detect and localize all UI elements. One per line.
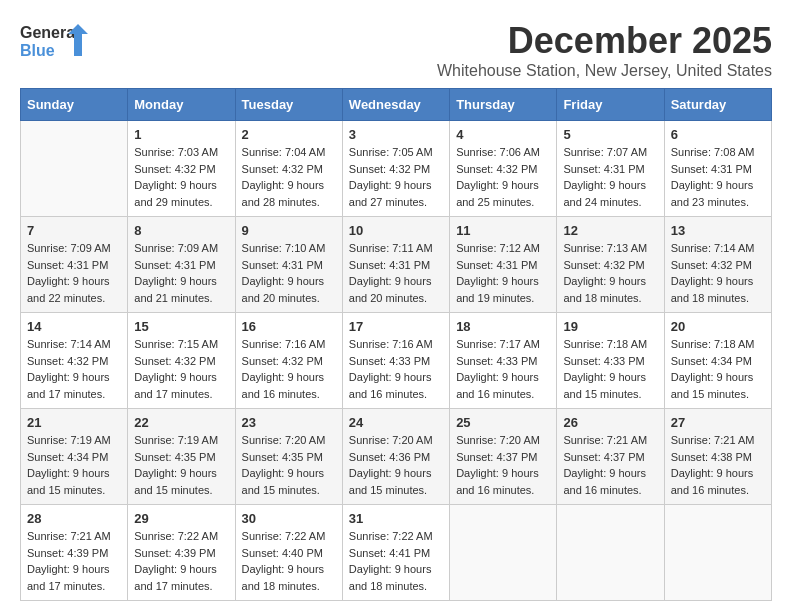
- day-info: Sunrise: 7:21 AMSunset: 4:38 PMDaylight:…: [671, 432, 765, 498]
- day-number: 23: [242, 415, 336, 430]
- day-info: Sunrise: 7:11 AMSunset: 4:31 PMDaylight:…: [349, 240, 443, 306]
- calendar-cell: 1Sunrise: 7:03 AMSunset: 4:32 PMDaylight…: [128, 121, 235, 217]
- day-info: Sunrise: 7:22 AMSunset: 4:41 PMDaylight:…: [349, 528, 443, 594]
- calendar-week-3: 14Sunrise: 7:14 AMSunset: 4:32 PMDayligh…: [21, 313, 772, 409]
- calendar-cell: [664, 505, 771, 601]
- day-info: Sunrise: 7:20 AMSunset: 4:35 PMDaylight:…: [242, 432, 336, 498]
- calendar-cell: 7Sunrise: 7:09 AMSunset: 4:31 PMDaylight…: [21, 217, 128, 313]
- calendar-week-1: 1Sunrise: 7:03 AMSunset: 4:32 PMDaylight…: [21, 121, 772, 217]
- calendar-cell: 13Sunrise: 7:14 AMSunset: 4:32 PMDayligh…: [664, 217, 771, 313]
- calendar-cell: 28Sunrise: 7:21 AMSunset: 4:39 PMDayligh…: [21, 505, 128, 601]
- calendar-cell: 16Sunrise: 7:16 AMSunset: 4:32 PMDayligh…: [235, 313, 342, 409]
- svg-text:Blue: Blue: [20, 42, 55, 59]
- day-number: 4: [456, 127, 550, 142]
- calendar-cell: 31Sunrise: 7:22 AMSunset: 4:41 PMDayligh…: [342, 505, 449, 601]
- day-info: Sunrise: 7:18 AMSunset: 4:34 PMDaylight:…: [671, 336, 765, 402]
- calendar-cell: 25Sunrise: 7:20 AMSunset: 4:37 PMDayligh…: [450, 409, 557, 505]
- calendar-cell: 22Sunrise: 7:19 AMSunset: 4:35 PMDayligh…: [128, 409, 235, 505]
- day-info: Sunrise: 7:22 AMSunset: 4:39 PMDaylight:…: [134, 528, 228, 594]
- day-info: Sunrise: 7:16 AMSunset: 4:33 PMDaylight:…: [349, 336, 443, 402]
- day-number: 8: [134, 223, 228, 238]
- day-number: 14: [27, 319, 121, 334]
- main-title: December 2025: [437, 20, 772, 62]
- calendar-cell: 6Sunrise: 7:08 AMSunset: 4:31 PMDaylight…: [664, 121, 771, 217]
- day-number: 29: [134, 511, 228, 526]
- day-number: 9: [242, 223, 336, 238]
- calendar-cell: 4Sunrise: 7:06 AMSunset: 4:32 PMDaylight…: [450, 121, 557, 217]
- calendar-week-2: 7Sunrise: 7:09 AMSunset: 4:31 PMDaylight…: [21, 217, 772, 313]
- day-number: 6: [671, 127, 765, 142]
- day-number: 18: [456, 319, 550, 334]
- subtitle: Whitehouse Station, New Jersey, United S…: [437, 62, 772, 80]
- day-number: 27: [671, 415, 765, 430]
- day-number: 3: [349, 127, 443, 142]
- day-number: 15: [134, 319, 228, 334]
- calendar-cell: [450, 505, 557, 601]
- header-monday: Monday: [128, 89, 235, 121]
- calendar-cell: 26Sunrise: 7:21 AMSunset: 4:37 PMDayligh…: [557, 409, 664, 505]
- day-info: Sunrise: 7:10 AMSunset: 4:31 PMDaylight:…: [242, 240, 336, 306]
- calendar-cell: 3Sunrise: 7:05 AMSunset: 4:32 PMDaylight…: [342, 121, 449, 217]
- day-number: 10: [349, 223, 443, 238]
- day-info: Sunrise: 7:18 AMSunset: 4:33 PMDaylight:…: [563, 336, 657, 402]
- day-info: Sunrise: 7:15 AMSunset: 4:32 PMDaylight:…: [134, 336, 228, 402]
- day-number: 22: [134, 415, 228, 430]
- day-info: Sunrise: 7:09 AMSunset: 4:31 PMDaylight:…: [27, 240, 121, 306]
- day-info: Sunrise: 7:19 AMSunset: 4:34 PMDaylight:…: [27, 432, 121, 498]
- day-info: Sunrise: 7:07 AMSunset: 4:31 PMDaylight:…: [563, 144, 657, 210]
- day-number: 26: [563, 415, 657, 430]
- day-info: Sunrise: 7:14 AMSunset: 4:32 PMDaylight:…: [671, 240, 765, 306]
- header-friday: Friday: [557, 89, 664, 121]
- calendar-cell: 29Sunrise: 7:22 AMSunset: 4:39 PMDayligh…: [128, 505, 235, 601]
- page-header: GeneralBlue December 2025 Whitehouse Sta…: [20, 20, 772, 80]
- day-info: Sunrise: 7:20 AMSunset: 4:37 PMDaylight:…: [456, 432, 550, 498]
- calendar-cell: 8Sunrise: 7:09 AMSunset: 4:31 PMDaylight…: [128, 217, 235, 313]
- day-number: 19: [563, 319, 657, 334]
- calendar-cell: 10Sunrise: 7:11 AMSunset: 4:31 PMDayligh…: [342, 217, 449, 313]
- calendar-cell: 24Sunrise: 7:20 AMSunset: 4:36 PMDayligh…: [342, 409, 449, 505]
- calendar-cell: 17Sunrise: 7:16 AMSunset: 4:33 PMDayligh…: [342, 313, 449, 409]
- day-number: 21: [27, 415, 121, 430]
- day-number: 28: [27, 511, 121, 526]
- day-number: 24: [349, 415, 443, 430]
- calendar-cell: 20Sunrise: 7:18 AMSunset: 4:34 PMDayligh…: [664, 313, 771, 409]
- calendar-cell: 30Sunrise: 7:22 AMSunset: 4:40 PMDayligh…: [235, 505, 342, 601]
- title-area: December 2025 Whitehouse Station, New Je…: [437, 20, 772, 80]
- calendar-cell: 9Sunrise: 7:10 AMSunset: 4:31 PMDaylight…: [235, 217, 342, 313]
- day-info: Sunrise: 7:04 AMSunset: 4:32 PMDaylight:…: [242, 144, 336, 210]
- calendar-cell: 5Sunrise: 7:07 AMSunset: 4:31 PMDaylight…: [557, 121, 664, 217]
- day-info: Sunrise: 7:17 AMSunset: 4:33 PMDaylight:…: [456, 336, 550, 402]
- calendar-cell: 11Sunrise: 7:12 AMSunset: 4:31 PMDayligh…: [450, 217, 557, 313]
- day-info: Sunrise: 7:21 AMSunset: 4:37 PMDaylight:…: [563, 432, 657, 498]
- header-tuesday: Tuesday: [235, 89, 342, 121]
- calendar-cell: 23Sunrise: 7:20 AMSunset: 4:35 PMDayligh…: [235, 409, 342, 505]
- logo: GeneralBlue: [20, 20, 90, 60]
- calendar-cell: 21Sunrise: 7:19 AMSunset: 4:34 PMDayligh…: [21, 409, 128, 505]
- calendar-week-5: 28Sunrise: 7:21 AMSunset: 4:39 PMDayligh…: [21, 505, 772, 601]
- day-number: 30: [242, 511, 336, 526]
- calendar-table: SundayMondayTuesdayWednesdayThursdayFrid…: [20, 88, 772, 601]
- day-info: Sunrise: 7:16 AMSunset: 4:32 PMDaylight:…: [242, 336, 336, 402]
- day-number: 31: [349, 511, 443, 526]
- day-number: 1: [134, 127, 228, 142]
- calendar-cell: [557, 505, 664, 601]
- calendar-cell: 15Sunrise: 7:15 AMSunset: 4:32 PMDayligh…: [128, 313, 235, 409]
- day-number: 12: [563, 223, 657, 238]
- day-info: Sunrise: 7:06 AMSunset: 4:32 PMDaylight:…: [456, 144, 550, 210]
- day-number: 5: [563, 127, 657, 142]
- day-number: 25: [456, 415, 550, 430]
- calendar-week-4: 21Sunrise: 7:19 AMSunset: 4:34 PMDayligh…: [21, 409, 772, 505]
- day-number: 20: [671, 319, 765, 334]
- calendar-cell: 14Sunrise: 7:14 AMSunset: 4:32 PMDayligh…: [21, 313, 128, 409]
- calendar-cell: 2Sunrise: 7:04 AMSunset: 4:32 PMDaylight…: [235, 121, 342, 217]
- day-info: Sunrise: 7:08 AMSunset: 4:31 PMDaylight:…: [671, 144, 765, 210]
- day-info: Sunrise: 7:19 AMSunset: 4:35 PMDaylight:…: [134, 432, 228, 498]
- day-info: Sunrise: 7:05 AMSunset: 4:32 PMDaylight:…: [349, 144, 443, 210]
- day-number: 7: [27, 223, 121, 238]
- day-info: Sunrise: 7:12 AMSunset: 4:31 PMDaylight:…: [456, 240, 550, 306]
- header-saturday: Saturday: [664, 89, 771, 121]
- calendar-header-row: SundayMondayTuesdayWednesdayThursdayFrid…: [21, 89, 772, 121]
- day-info: Sunrise: 7:13 AMSunset: 4:32 PMDaylight:…: [563, 240, 657, 306]
- day-number: 13: [671, 223, 765, 238]
- calendar-cell: [21, 121, 128, 217]
